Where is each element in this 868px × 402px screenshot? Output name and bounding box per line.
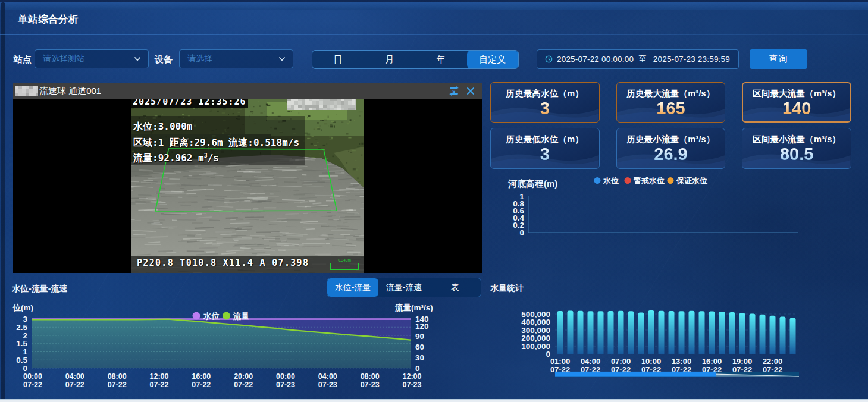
stage-flow-tab[interactable]: 表 (430, 278, 481, 297)
period-segmented-control: 日月年自定义 (312, 50, 519, 69)
bg-bottom-strip (0, 399, 868, 402)
censored-overlay (287, 99, 356, 110)
svg-text:1.5: 1.5 (16, 339, 27, 348)
close-icon[interactable] (466, 87, 475, 95)
svg-text:07-23: 07-23 (318, 381, 337, 389)
stat-card: 历史最低水位（m）3 (490, 128, 600, 169)
stat-card: 历史最大流量（m³/s）165 (616, 82, 726, 123)
video-title-bar: 流速球 通道001 S (13, 83, 482, 99)
period-option[interactable]: 月 (364, 51, 416, 68)
stat-card-label: 历史最低水位（m） (506, 134, 584, 145)
volume-title: 水量统计 (490, 283, 524, 294)
svg-text:3: 3 (23, 315, 27, 324)
osd-flow: 流量:92.962 m3/s (133, 152, 219, 165)
osd-water-level: 水位:3.000m (133, 121, 192, 133)
svg-text:07-22: 07-22 (65, 381, 84, 389)
svg-text:04:00: 04:00 (318, 372, 337, 381)
video-frame: 0.349m 2025/07/23 12:35:26 水位:3.000m 区域:… (131, 99, 364, 273)
svg-text:04:00: 04:00 (581, 357, 600, 366)
stat-card-label: 历史最大流量（m³/s） (626, 88, 715, 99)
svg-text:0: 0 (546, 350, 550, 359)
svg-text:S: S (452, 89, 456, 94)
stat-card-value: 3 (540, 99, 550, 117)
svg-text:2.5: 2.5 (16, 323, 27, 332)
volume-chart: 0100,000200,000300,000400,000500,00001:0… (485, 300, 868, 387)
stat-card-label: 区间最小流量（m³/s） (753, 134, 841, 145)
period-option[interactable]: 年 (415, 51, 467, 68)
svg-text:0: 0 (519, 228, 524, 237)
svg-text:12:00: 12:00 (150, 372, 169, 381)
stat-card-value: 140 (782, 99, 811, 117)
date-separator: 至 (638, 54, 647, 65)
svg-text:水位(m): 水位(m) (4, 303, 33, 312)
stat-card: 区间最小流量（m³/s）80.5 (742, 128, 851, 169)
page-title: 单站综合分析 (18, 13, 79, 26)
svg-text:0: 0 (23, 364, 27, 373)
svg-text:0.349m: 0.349m (338, 258, 351, 262)
osd-region-info: 区域:1 距离:29.6m 流速:0.518m/s (133, 137, 299, 149)
riverbed-chart: 水位警戒水位保证水位10.80.60.40.20 (488, 171, 868, 243)
svg-text:水位: 水位 (603, 176, 619, 185)
osd-timestamp: 2025/07/23 12:35:26 (133, 99, 246, 107)
period-option[interactable]: 自定义 (467, 51, 519, 68)
date-range-input[interactable]: 2025-07-22 00:00:00 至 2025-07-23 23:59:5… (537, 49, 739, 69)
svg-text:300,000: 300,000 (521, 326, 550, 335)
header-divider (0, 34, 868, 35)
device-select[interactable]: 请选择 (179, 49, 293, 68)
svg-text:流量(m³/s): 流量(m³/s) (394, 303, 433, 312)
svg-text:07-23: 07-23 (276, 381, 295, 389)
stage-flow-title: 水位-流量-流速 (12, 284, 67, 294)
svg-text:90: 90 (415, 332, 424, 341)
svg-text:16:00: 16:00 (192, 372, 211, 381)
svg-text:00:00: 00:00 (276, 372, 295, 381)
svg-text:08:00: 08:00 (361, 372, 380, 381)
svg-text:08:00: 08:00 (108, 372, 127, 381)
stat-card-label: 历史最小流量（m³/s） (626, 134, 715, 145)
station-select[interactable]: 请选择测站 (35, 49, 149, 68)
stage-flow-tab[interactable]: 流量-流速 (378, 278, 430, 297)
bg-top-band (0, 2, 868, 10)
svg-text:01:00: 01:00 (550, 357, 570, 366)
device-placeholder: 请选择 (187, 54, 278, 64)
date-start: 2025-07-22 00:00:00 (557, 55, 634, 64)
svg-text:07-22: 07-22 (192, 381, 211, 389)
svg-text:500,000: 500,000 (521, 310, 550, 319)
chevron-down-icon (278, 55, 286, 63)
svg-text:0: 0 (415, 364, 420, 373)
clock-icon (545, 55, 553, 63)
svg-text:20:00: 20:00 (234, 372, 253, 381)
stat-card-value: 26.9 (654, 145, 687, 163)
svg-text:19:00: 19:00 (732, 357, 752, 366)
stat-card-label: 历史最高水位（m） (506, 88, 584, 99)
stream-switch-icon[interactable]: S (449, 86, 459, 96)
svg-text:07-22: 07-22 (108, 381, 127, 389)
svg-text:00:00: 00:00 (23, 372, 42, 381)
dashboard-root: 单站综合分析 站点 请选择测站 设备 请选择 日月年自定义 2025-07-22… (0, 0, 868, 402)
svg-text:07:00: 07:00 (611, 357, 631, 366)
svg-text:保证水位: 保证水位 (676, 176, 707, 185)
svg-text:07-22: 07-22 (150, 381, 169, 389)
svg-text:07-23: 07-23 (361, 381, 380, 389)
query-button[interactable]: 查询 (750, 49, 807, 69)
svg-text:200,000: 200,000 (521, 334, 550, 343)
video-title: 流速球 通道001 (39, 86, 101, 97)
datazoom-selected[interactable] (555, 372, 716, 377)
svg-text:100,000: 100,000 (521, 342, 550, 351)
osd-telemetry: P220.8 T010.8 X11.4 A 07.398 (137, 257, 309, 268)
svg-text:04:00: 04:00 (65, 372, 84, 381)
stat-card-value: 80.5 (780, 145, 813, 163)
svg-text:13:00: 13:00 (672, 357, 691, 366)
device-label: 设备 (155, 54, 173, 65)
svg-text:12:00: 12:00 (403, 372, 422, 381)
svg-text:60: 60 (415, 343, 424, 351)
stat-card: 历史最小流量（m³/s）26.9 (616, 128, 726, 169)
period-option[interactable]: 日 (312, 51, 364, 68)
video-viewport[interactable]: 0.349m 2025/07/23 12:35:26 水位:3.000m 区域:… (13, 99, 482, 273)
svg-text:2: 2 (23, 331, 27, 340)
stat-card-value: 165 (656, 99, 685, 117)
station-placeholder: 请选择测站 (43, 54, 133, 64)
svg-text:10:00: 10:00 (641, 357, 661, 366)
svg-text:流量: 流量 (233, 312, 250, 321)
svg-text:16:00: 16:00 (702, 357, 722, 366)
stage-flow-tab[interactable]: 水位-流量 (327, 278, 378, 297)
